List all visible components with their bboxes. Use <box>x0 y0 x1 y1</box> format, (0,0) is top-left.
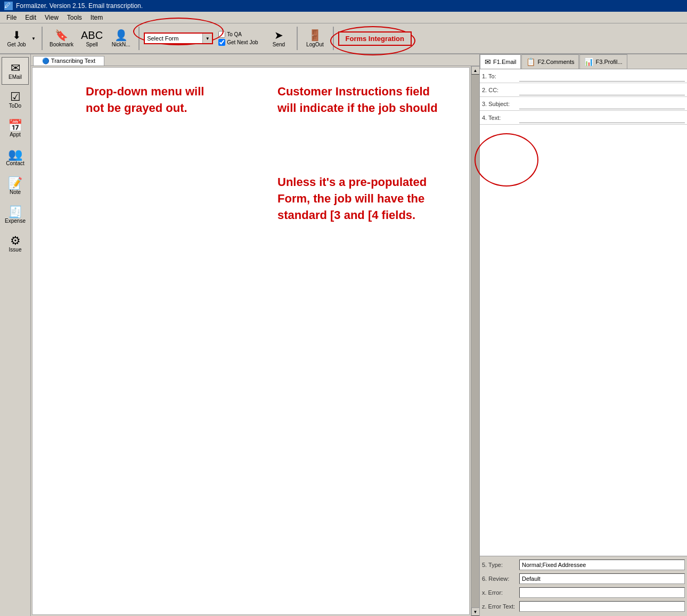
field-row-subject: 3. Subject: <box>480 97 687 111</box>
bottom-field-error: x. Error: <box>482 586 685 599</box>
get-next-job-label: Get Next Job <box>227 39 258 45</box>
logout-button[interactable]: 🚪 LogOut <box>302 25 329 52</box>
field-type-label: 5. Type: <box>482 562 519 568</box>
separator-2 <box>138 27 140 50</box>
scroll-up-button[interactable]: ▲ <box>471 66 480 75</box>
send-label: Send <box>273 42 285 47</box>
field-error-value <box>519 587 685 598</box>
expense-icon: 🧾 <box>8 206 22 218</box>
scroll-down-button[interactable]: ▼ <box>471 607 480 616</box>
sidebar-item-issue[interactable]: ⚙ Issue <box>2 230 29 257</box>
annotation-right: Customer Instructions fieldwill indicate… <box>277 84 459 117</box>
get-next-job-checkbox-label[interactable]: Get Next Job <box>218 39 258 46</box>
note-icon: 📝 <box>8 177 22 189</box>
main-content-area[interactable]: Drop-down menu willnot be grayed out. Cu… <box>32 67 470 615</box>
sidebar-label-issue: Issue <box>9 247 22 253</box>
vertical-scrollbar[interactable]: ▲ ▼ <box>471 66 479 616</box>
sidebar-label-expense: Expense <box>5 218 26 224</box>
todo-icon: ☑ <box>10 91 21 103</box>
field-cc-input[interactable] <box>519 85 685 95</box>
right-panel: ✉ F1.Email 📋 F2.Comments 📊 F3.Profil... … <box>479 54 687 616</box>
sidebar-label-contact: Contact <box>6 160 24 166</box>
tab-bar: 🔵 Transcribing Text <box>31 54 479 66</box>
get-next-job-checkbox[interactable] <box>218 39 225 46</box>
field-subject-input[interactable] <box>519 99 685 109</box>
sidebar-item-expense[interactable]: 🧾 Expense <box>2 201 29 229</box>
field-subject-number: 3. Subject: <box>482 101 519 107</box>
menu-file[interactable]: File <box>2 13 21 22</box>
bookmark-icon: 🔖 <box>55 30 68 40</box>
field-row-text: 4. Text: <box>480 111 687 125</box>
checkbox-group: To QA Get Next Job <box>218 31 258 46</box>
center-area: 🔵 Transcribing Text Drop-down menu willn… <box>31 54 479 616</box>
title-text: Formalizer. Version 2.15. Email transcri… <box>16 2 143 10</box>
field-row-to: 1. To: <box>480 69 687 83</box>
issue-icon: ⚙ <box>10 235 21 247</box>
field-error-label: x. Error: <box>482 589 519 596</box>
field-to-number: 1. To: <box>482 73 519 79</box>
nickname-button[interactable]: 👤 NickN... <box>108 25 134 52</box>
email-tab-label: F1.Email <box>493 59 516 65</box>
spell-button[interactable]: ABC Spell <box>78 25 105 52</box>
select-form-dropdown[interactable]: Select Form <box>144 33 213 44</box>
get-job-button[interactable]: ⬇ Get Job <box>3 25 30 52</box>
bottom-fields: 5. Type: Normal;Fixed Addressee 6. Revie… <box>480 556 687 616</box>
tab-transcribing[interactable]: 🔵 Transcribing Text <box>33 56 104 66</box>
app-icon: 🖊 <box>4 2 13 10</box>
scroll-track[interactable] <box>471 75 480 607</box>
bookmark-button[interactable]: 🔖 Bookmark <box>47 25 76 52</box>
right-tab-comments[interactable]: 📋 F2.Comments <box>521 54 579 69</box>
send-button[interactable]: ➤ Send <box>266 25 292 52</box>
right-content: 1. To: 2. CC: 3. Subject: 4. Text: <box>480 69 687 556</box>
menu-item[interactable]: Item <box>86 13 107 22</box>
contact-icon: 👥 <box>8 149 22 160</box>
right-tab-profile[interactable]: 📊 F3.Profil... <box>579 54 627 69</box>
appt-icon: 📅 <box>8 120 22 132</box>
separator-4 <box>333 27 334 50</box>
field-error-text-label: z. Error Text: <box>482 603 519 610</box>
sidebar-item-todo[interactable]: ☑ ToDo <box>2 86 29 114</box>
menu-tools[interactable]: Tools <box>63 13 86 22</box>
profile-tab-label: F3.Profil... <box>595 59 622 65</box>
get-job-label: Get Job <box>7 42 26 47</box>
logout-label: LogOut <box>306 42 324 47</box>
sidebar-label-email: EMail <box>9 74 22 80</box>
menu-edit[interactable]: Edit <box>21 13 40 22</box>
menu-view[interactable]: View <box>40 13 63 22</box>
bookmark-label: Bookmark <box>50 42 73 47</box>
get-job-icon: ⬇ <box>12 30 21 40</box>
forms-integration-wrapper: Forms Integration <box>338 31 412 46</box>
comments-tab-icon: 📋 <box>526 58 535 66</box>
menu-bar: File Edit View Tools Item <box>0 12 687 23</box>
comments-tab-label: F2.Comments <box>537 59 574 65</box>
separator-1 <box>42 27 43 50</box>
annotation-left: Drop-down menu willnot be grayed out. <box>86 84 235 117</box>
bottom-field-review: 6. Review: Default <box>482 572 685 585</box>
field-row-cc: 2. CC: <box>480 83 687 97</box>
field-cc-number: 2. CC: <box>482 87 519 93</box>
sidebar-item-email[interactable]: ✉ EMail <box>2 57 29 85</box>
get-job-button-group: ⬇ Get Job ▼ <box>3 25 37 52</box>
sidebar-item-appt[interactable]: 📅 Appt <box>2 115 29 142</box>
to-qa-checkbox-label[interactable]: To QA <box>218 31 258 38</box>
sidebar-label-note: Note <box>10 189 21 195</box>
content-with-scroll: Drop-down menu willnot be grayed out. Cu… <box>31 66 479 616</box>
forms-integration-button[interactable]: Forms Integration <box>338 31 412 46</box>
select-form-container: Select Form ▼ <box>144 25 213 52</box>
get-job-dropdown-arrow[interactable]: ▼ <box>30 25 37 52</box>
select-form-dropdown-wrapper: Select Form ▼ <box>144 33 213 44</box>
sidebar-item-note[interactable]: 📝 Note <box>2 172 29 200</box>
toolbar: ⬇ Get Job ▼ 🔖 Bookmark ABC Spell 👤 NickN… <box>0 23 687 54</box>
nickname-label: NickN... <box>112 42 130 47</box>
sidebar-item-contact[interactable]: 👥 Contact <box>2 143 29 171</box>
annotation-bottom: Unless it's a pre-populatedForm, the job… <box>277 174 459 223</box>
to-qa-checkbox[interactable] <box>218 31 225 38</box>
right-tab-email[interactable]: ✉ F1.Email <box>480 54 521 69</box>
profile-tab-icon: 📊 <box>584 58 593 66</box>
send-icon: ➤ <box>274 30 283 40</box>
bottom-field-error-text: z. Error Text: <box>482 600 685 613</box>
logout-icon: 🚪 <box>308 30 322 40</box>
field-text-input[interactable] <box>519 112 685 123</box>
nickname-icon: 👤 <box>114 30 128 40</box>
field-to-input[interactable] <box>519 71 685 82</box>
